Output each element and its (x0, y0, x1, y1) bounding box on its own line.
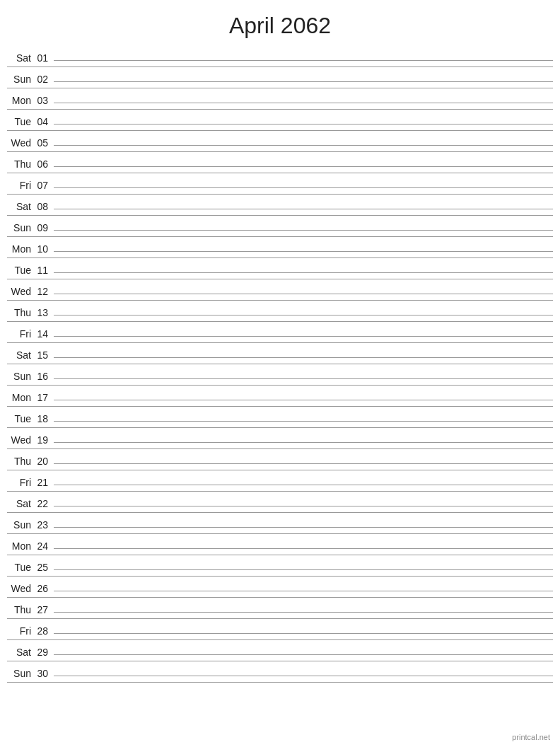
day-row: Tue11 (7, 258, 553, 279)
day-row: Sat29 (7, 640, 553, 661)
day-number: 02 (34, 74, 54, 85)
day-number: 01 (34, 52, 54, 64)
day-number: 25 (34, 562, 54, 573)
day-row: Mon03 (7, 88, 553, 110)
day-name: Sun (7, 668, 34, 679)
calendar-grid: Sat01Sun02Mon03Tue04Wed05Thu06Fri07Sat08… (0, 46, 560, 683)
day-line (54, 145, 553, 146)
day-line (54, 209, 553, 209)
day-name: Thu (7, 604, 34, 615)
page-title: April 2062 (0, 0, 560, 46)
day-row: Fri07 (7, 173, 553, 195)
day-row: Fri14 (7, 322, 553, 343)
day-line (54, 654, 553, 655)
day-number: 07 (34, 180, 54, 191)
day-number: 17 (34, 392, 54, 403)
day-name: Sun (7, 222, 34, 233)
day-row: Mon10 (7, 237, 553, 258)
day-line (54, 421, 553, 422)
day-number: 12 (34, 286, 54, 297)
day-row: Sun02 (7, 67, 553, 88)
day-name: Wed (7, 286, 34, 297)
day-line (54, 378, 553, 379)
day-line (54, 676, 553, 676)
day-line (54, 591, 553, 591)
day-row: Fri28 (7, 619, 553, 640)
day-name: Sat (7, 647, 34, 658)
day-name: Sat (7, 498, 34, 509)
day-number: 15 (34, 349, 54, 361)
day-line (54, 230, 553, 231)
day-name: Fri (7, 328, 34, 340)
day-row: Wed19 (7, 428, 553, 449)
day-name: Sun (7, 74, 34, 85)
day-line (54, 442, 553, 443)
day-name: Tue (7, 265, 34, 276)
day-line (54, 336, 553, 337)
day-name: Tue (7, 413, 34, 424)
day-line (54, 294, 553, 294)
day-row: Tue18 (7, 407, 553, 428)
day-name: Sat (7, 52, 34, 64)
day-row: Sun30 (7, 661, 553, 683)
day-number: 10 (34, 243, 54, 255)
day-number: 26 (34, 583, 54, 594)
day-number: 13 (34, 307, 54, 318)
day-row: Wed05 (7, 131, 553, 152)
day-number: 23 (34, 519, 54, 531)
day-number: 21 (34, 477, 54, 488)
day-number: 24 (34, 540, 54, 552)
day-row: Tue04 (7, 110, 553, 131)
day-row: Wed12 (7, 279, 553, 301)
day-name: Thu (7, 456, 34, 467)
day-number: 11 (34, 265, 54, 276)
day-row: Sun09 (7, 216, 553, 237)
day-line (54, 103, 553, 103)
day-row: Sun23 (7, 513, 553, 534)
day-line (54, 166, 553, 167)
day-number: 16 (34, 371, 54, 382)
day-number: 04 (34, 116, 54, 127)
day-number: 08 (34, 201, 54, 212)
day-row: Mon17 (7, 386, 553, 407)
day-name: Mon (7, 392, 34, 403)
day-name: Thu (7, 158, 34, 170)
day-line (54, 569, 553, 570)
day-line (54, 187, 553, 188)
day-row: Thu13 (7, 301, 553, 322)
day-row: Thu06 (7, 152, 553, 173)
day-row: Wed26 (7, 577, 553, 598)
day-name: Wed (7, 137, 34, 149)
day-line (54, 485, 553, 485)
day-row: Thu27 (7, 598, 553, 619)
day-row: Sat08 (7, 195, 553, 216)
day-row: Sun16 (7, 364, 553, 386)
day-number: 22 (34, 498, 54, 509)
day-name: Sun (7, 371, 34, 382)
day-row: Sat01 (7, 46, 553, 67)
day-number: 29 (34, 647, 54, 658)
day-number: 27 (34, 604, 54, 615)
day-name: Sun (7, 519, 34, 531)
day-name: Fri (7, 625, 34, 637)
day-number: 28 (34, 625, 54, 637)
day-name: Mon (7, 243, 34, 255)
day-row: Thu20 (7, 449, 553, 470)
day-row: Sat22 (7, 492, 553, 513)
day-name: Fri (7, 477, 34, 488)
day-line (54, 124, 553, 124)
day-row: Tue25 (7, 555, 553, 577)
day-row: Mon24 (7, 534, 553, 555)
day-name: Thu (7, 307, 34, 318)
day-line (54, 272, 553, 273)
day-line (54, 60, 553, 61)
day-name: Fri (7, 180, 34, 191)
day-line (54, 633, 553, 634)
day-row: Fri21 (7, 470, 553, 492)
day-number: 20 (34, 456, 54, 467)
day-number: 03 (34, 95, 54, 106)
day-line (54, 81, 553, 82)
day-line (54, 506, 553, 506)
day-number: 14 (34, 328, 54, 340)
day-line (54, 251, 553, 252)
